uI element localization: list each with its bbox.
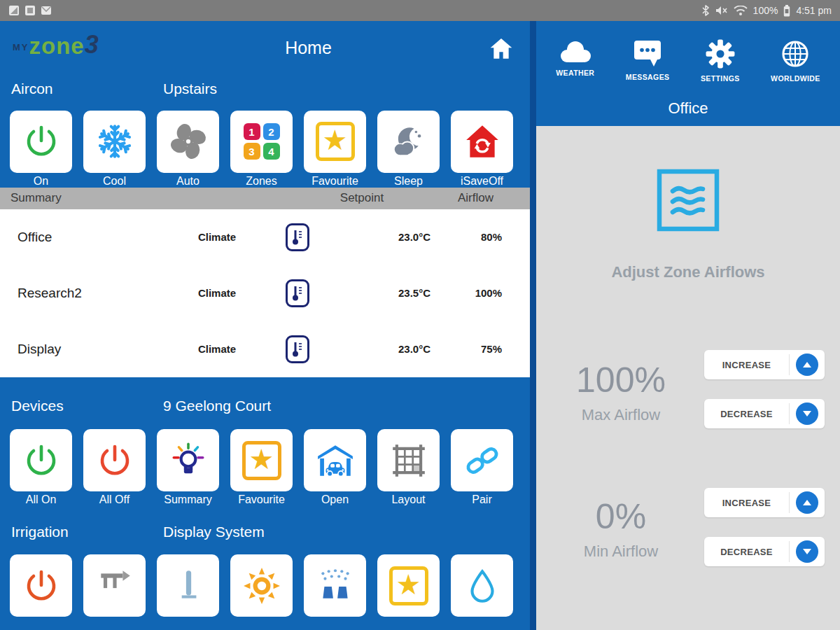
irrigation-buttons-row: ★ [0,554,530,630]
moon-cloud-icon [389,122,428,161]
table-row-display[interactable]: Display Climate 23.0°C 75% [0,321,530,377]
aircon-isaveoff-button[interactable]: iSaveOff [451,111,513,188]
sun-icon [242,566,281,606]
devices-all-on-label: All On [26,493,57,506]
lightbulb-icon [169,441,208,480]
irrigation-favourite-button[interactable]: ★ [377,554,440,630]
max-decrease-button[interactable]: DECREASE [704,399,825,428]
settings-gear-icon [704,38,736,70]
devices-section-subtitle: 9 Geelong Court [163,398,271,414]
aircon-buttons-row: On Cool [0,111,530,188]
max-increase-button[interactable]: INCREASE [704,350,825,379]
irrigation-section-header: Irrigation Display System [0,506,530,554]
aircon-favourite-button[interactable]: ★ Favourite [304,111,366,188]
table-row-research2[interactable]: Research2 Climate 23.5°C 100% [0,265,530,321]
notification-icons [8,5,52,16]
nav-messages-label: MESSAGES [626,73,670,81]
aircon-section-title: Aircon [11,80,53,97]
wifi-icon [734,6,748,16]
airflow-header-label: Airflow [421,191,530,205]
aircon-auto-label: Auto [176,175,200,188]
table-row-office[interactable]: Office Climate 23.0°C 80% [0,209,530,265]
nav-worldwide[interactable]: WORLDWIDE [771,21,820,94]
min-decrease-label: DECREASE [704,547,789,557]
app-icon [24,5,36,16]
aircon-auto-button[interactable]: Auto [157,111,219,188]
pipe-icon [95,566,134,606]
left-panel: MYzone3 Home Aircon Upstairs [0,21,530,630]
zones-grid-icon: 1 2 3 4 [244,123,280,160]
aircon-sleep-label: Sleep [394,175,423,188]
home-icon [489,36,514,60]
aircon-on-button[interactable]: On [10,111,72,188]
irrigation-section-title: Irrigation [11,524,69,540]
status-bar: 100% 4:51 pm [0,0,840,21]
min-increase-label: INCREASE [704,498,789,508]
devices-summary-button[interactable]: Summary [157,429,219,506]
devices-favourite-button[interactable]: ★ Favourite [230,429,293,506]
devices-buttons-row: All On All Off [0,429,530,506]
devices-pair-button[interactable]: Pair [451,429,513,506]
zone-name: Research2 [0,286,178,301]
devices-open-button[interactable]: Open [304,429,366,506]
max-airflow-value: 100% [536,360,706,400]
thermometer-icon[interactable] [286,223,309,251]
zone-airflow: 80% [430,231,530,243]
nav-settings-label: SETTINGS [701,74,740,83]
aircon-zones-button[interactable]: 1 2 3 4 Zones [230,111,293,188]
irrigation-power-button[interactable] [10,554,72,630]
max-decrease-label: DECREASE [704,409,789,419]
aircon-favourite-label: Favourite [312,175,358,188]
min-decrease-button[interactable]: DECREASE [704,537,825,566]
aircon-sleep-button[interactable]: Sleep [377,111,440,188]
adjust-zone-airflows-label: Adjust Zone Airflows [536,263,840,281]
zone-mode: Climate [178,287,255,299]
aircon-cool-button[interactable]: Cool [83,111,146,188]
right-panel: WEATHER MESSAGES SETTINGS [536,21,840,630]
max-airflow-label: Max Airflow [536,406,706,424]
aircon-zones-label: Zones [246,175,276,188]
zone-airflow-panel: Adjust Zone Airflows 100% Max Airflow IN… [536,126,840,630]
thermometer-icon[interactable] [286,335,309,363]
irrigation-sprinkler-button[interactable] [304,554,366,630]
aircon-section-header: Aircon Upstairs [0,65,530,111]
sensor-icon [169,566,208,606]
irrigation-sensor-button[interactable] [157,554,219,630]
min-airflow-value: 0% [536,496,706,537]
devices-pair-label: Pair [472,493,491,506]
zones-table: Office Climate 23.0°C 80% Research2 Clim… [0,209,530,377]
screenshot-icon [8,5,20,16]
power-icon [22,567,60,605]
min-increase-button[interactable]: INCREASE [704,488,825,517]
devices-all-off-button[interactable]: All Off [83,429,146,506]
nav-messages[interactable]: MESSAGES [626,21,670,94]
power-icon [22,442,60,479]
snowflake-icon [95,122,134,161]
zone-name: Office [0,230,178,245]
mute-icon [715,5,728,16]
star-icon: ★ [389,566,428,606]
arrow-up-icon [796,354,818,376]
airflow-icon [654,167,722,237]
zone-setpoint: 23.5°C [340,287,430,299]
setpoint-header-label: Setpoint [302,191,421,205]
clock: 4:51 pm [796,5,832,16]
zone-airflow: 75% [430,343,530,355]
devices-all-on-button[interactable]: All On [10,429,72,506]
arrow-down-icon [796,402,818,425]
devices-layout-label: Layout [391,493,425,506]
irrigation-pipe-button[interactable] [83,554,146,630]
battery-icon [783,5,790,17]
nav-settings[interactable]: SETTINGS [701,21,740,94]
home-nav-button[interactable] [489,36,514,63]
thermometer-icon[interactable] [286,279,309,307]
power-icon [22,122,60,160]
aircon-cool-label: Cool [103,175,126,188]
house-refresh-icon [463,122,502,161]
irrigation-sun-button[interactable] [230,554,293,630]
devices-layout-button[interactable]: Layout [377,429,440,506]
irrigation-water-button[interactable] [451,554,513,630]
arrow-down-icon [796,540,818,563]
star-icon: ★ [242,441,281,480]
devices-favourite-label: Favourite [238,493,285,506]
